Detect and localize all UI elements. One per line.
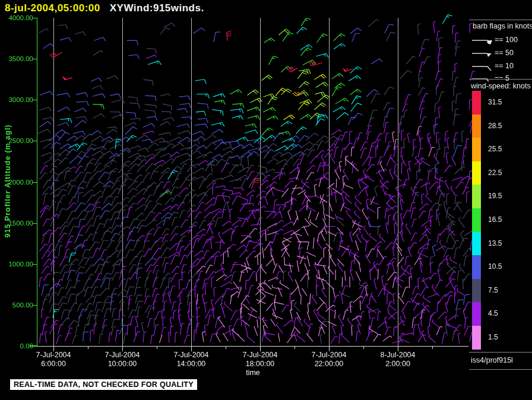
colorbar-tick-label: 1.5 bbox=[488, 333, 498, 341]
colorbar-tick-label: 16.5 bbox=[488, 215, 502, 224]
x-tick-label-date: 7-Jul-2004 bbox=[18, 351, 89, 360]
colorbar bbox=[472, 91, 481, 350]
y-tick-label: 0.00 bbox=[1, 342, 33, 350]
y-axis-label: 915 Profiler Altitude (m agl) bbox=[4, 124, 12, 237]
x-tick-minor bbox=[88, 346, 88, 349]
colorbar-segment bbox=[472, 255, 481, 279]
colorbar-tick-label: 13.5 bbox=[488, 239, 502, 247]
y-tick bbox=[33, 141, 37, 141]
colorbar-segment bbox=[472, 302, 481, 326]
y-tick bbox=[33, 264, 37, 265]
x-tick-label: 8-Jul-20042:00:00 bbox=[362, 351, 433, 369]
colorbar-tick-label: 28.5 bbox=[488, 122, 502, 130]
x-axis-line bbox=[37, 346, 468, 347]
quality-banner: REAL-TIME DATA, NOT CHECKED FOR QUALITY bbox=[10, 379, 197, 390]
x-tick-label-date: 7-Jul-2004 bbox=[87, 351, 158, 360]
x-tick-label-date: 7-Jul-2004 bbox=[293, 351, 365, 360]
x-tick-minor bbox=[363, 346, 364, 349]
y-tick bbox=[33, 100, 37, 100]
x-tick-label: 7-Jul-200414:00:00 bbox=[156, 351, 227, 369]
x-tick-label: 7-Jul-200422:00:00 bbox=[293, 351, 365, 369]
x-tick-minor bbox=[157, 346, 157, 349]
x-tick-label-date: 7-Jul-2004 bbox=[156, 351, 227, 360]
x-tick-minor bbox=[432, 346, 433, 349]
x-tick-label-time: 18:00:00 bbox=[224, 360, 296, 369]
y-tick bbox=[33, 223, 37, 224]
y-tick-label: 1000.00 bbox=[1, 261, 33, 268]
colorbar-segment bbox=[472, 115, 481, 138]
barb-flag-row: == 10 bbox=[471, 60, 514, 72]
colorbar-title: wind-speed: knots bbox=[471, 82, 531, 90]
legend-divider bbox=[469, 20, 532, 20]
colorbar-segment bbox=[472, 185, 481, 208]
y-tick bbox=[33, 346, 37, 347]
y-tick bbox=[33, 182, 37, 183]
y-tick-label: 4000.00 bbox=[1, 14, 33, 21]
colorbar-segment bbox=[472, 326, 481, 350]
colorbar-tick-label: 19.5 bbox=[488, 192, 502, 200]
x-tick-minor bbox=[226, 346, 226, 349]
x-tick-label-time: 2:00:00 bbox=[362, 360, 433, 369]
barb-flag-row: == 100 bbox=[471, 34, 518, 46]
wind-barb-canvas bbox=[0, 0, 532, 400]
barb-flag-label: == 5 bbox=[495, 74, 509, 82]
colorbar-segment bbox=[472, 138, 481, 161]
x-tick-label: 7-Jul-20046:00:00 bbox=[18, 351, 89, 369]
x-tick-label: 7-Jul-200410:00:00 bbox=[87, 351, 158, 369]
x-tick-label-date: 8-Jul-2004 bbox=[362, 351, 433, 360]
x-tick-label: 7-Jul-200418:00:00 bbox=[224, 351, 296, 369]
colorbar-segment bbox=[472, 91, 481, 115]
y-tick bbox=[33, 59, 37, 59]
colorbar-tick-label: 31.5 bbox=[488, 98, 502, 106]
legend-divider bbox=[469, 352, 532, 353]
barb-flag-label: == 50 bbox=[495, 49, 514, 57]
colorbar-tick-label: 7.5 bbox=[488, 286, 498, 294]
wind-profiler-window: 8-jul-2004,05:00:00XYWind:915winds. 4000… bbox=[0, 0, 532, 400]
colorbar-segment bbox=[472, 279, 481, 303]
legend-divider bbox=[469, 369, 532, 370]
barb-flag-label: == 10 bbox=[495, 62, 514, 70]
x-tick-minor bbox=[294, 346, 295, 349]
colorbar-tick-label: 10.5 bbox=[488, 262, 502, 271]
x-tick-label-date: 7-Jul-2004 bbox=[224, 351, 296, 360]
x-tick-label-time: 14:00:00 bbox=[156, 360, 227, 369]
y-tick-label: 3500.00 bbox=[1, 55, 33, 62]
colorbar-segment bbox=[472, 208, 481, 232]
colorbar-tick-label: 25.5 bbox=[488, 145, 502, 153]
data-source-label: iss4/prof915l bbox=[471, 356, 513, 364]
x-tick-label-time: 22:00:00 bbox=[293, 360, 365, 369]
colorbar-tick-label: 4.5 bbox=[488, 309, 498, 318]
colorbar-tick-label: 22.5 bbox=[488, 169, 502, 177]
x-tick-label-time: 10:00:00 bbox=[87, 360, 158, 369]
barb-flag-label: == 100 bbox=[495, 36, 518, 44]
barb-flag-row: == 50 bbox=[471, 47, 514, 59]
barb-flags-title: barb flags in knots bbox=[473, 22, 532, 30]
legend-divider bbox=[469, 79, 532, 80]
y-tick-label: 3000.00 bbox=[1, 96, 33, 103]
x-tick-label-time: 6:00:00 bbox=[18, 360, 89, 369]
x-axis-title: time bbox=[217, 369, 289, 377]
y-tick-label: 500.00 bbox=[1, 301, 33, 309]
colorbar-segment bbox=[472, 232, 481, 256]
colorbar-segment bbox=[472, 161, 481, 185]
y-axis-line bbox=[37, 18, 37, 346]
y-tick bbox=[33, 305, 37, 306]
y-tick bbox=[33, 18, 37, 18]
